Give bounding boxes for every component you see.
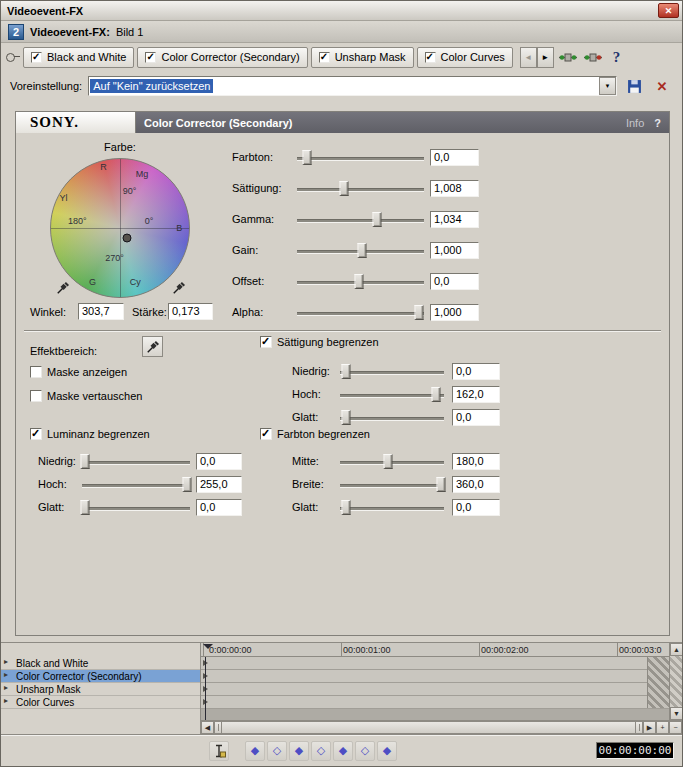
- expander-icon[interactable]: ▸: [4, 657, 8, 666]
- plugin-enabled-checkbox[interactable]: [425, 52, 436, 63]
- wheel-marker[interactable]: [122, 233, 131, 242]
- expander-icon[interactable]: ▸: [4, 696, 8, 705]
- slider-track[interactable]: [340, 363, 444, 380]
- plugin-button-unsharp-mask[interactable]: Unsharp Mask: [311, 47, 414, 68]
- limit-luminance-checkbox[interactable]: Luminanz begrenzen: [30, 428, 150, 440]
- slider-value-input[interactable]: 1,008: [430, 180, 479, 197]
- wheel-eyedropper-high-button[interactable]: [170, 280, 187, 296]
- scroll-left-button[interactable]: ◀: [201, 721, 214, 734]
- mask-invert-checkbox[interactable]: Maske vertauschen: [30, 390, 142, 402]
- wheel-eyedropper-low-button[interactable]: [54, 280, 71, 296]
- winkel-input[interactable]: 303,7: [78, 303, 124, 320]
- slider-thumb[interactable]: [342, 364, 351, 379]
- slider-track[interactable]: [297, 149, 424, 166]
- keyframe-last-button[interactable]: ◇: [355, 741, 375, 761]
- save-preset-button[interactable]: [623, 76, 645, 96]
- slider-value-input[interactable]: 255,0: [196, 476, 242, 493]
- slider-thumb[interactable]: [383, 454, 392, 469]
- plugin-enabled-checkbox[interactable]: [31, 52, 42, 63]
- timeline-track-unsharp-mask[interactable]: ▸ Unsharp Mask: [1, 683, 200, 696]
- effect-region-eyedropper-button[interactable]: [142, 336, 163, 357]
- horizontal-scrollbar[interactable]: ◀ ▶ + −: [201, 720, 682, 734]
- slider-value-input[interactable]: 360,0: [452, 476, 500, 493]
- sync-cursor-button[interactable]: [209, 741, 229, 761]
- slider-thumb[interactable]: [355, 274, 364, 289]
- keyframe-first-button[interactable]: ◆: [245, 741, 265, 761]
- slider-track[interactable]: [340, 409, 444, 426]
- plugin-enabled-checkbox[interactable]: [319, 52, 330, 63]
- checkbox-icon[interactable]: [260, 428, 272, 440]
- zoom-in-button[interactable]: +: [656, 721, 669, 734]
- slider-value-input[interactable]: 0,0: [196, 499, 242, 516]
- keyframe-rows[interactable]: [201, 657, 669, 720]
- zoom-out-button[interactable]: −: [669, 721, 682, 734]
- close-icon[interactable]: ✕: [658, 3, 679, 18]
- timeline-track-color-curves[interactable]: ▸ Color Curves: [1, 696, 200, 709]
- plugin-help-icon[interactable]: ?: [654, 117, 661, 129]
- slider-value-input[interactable]: 0,0: [430, 273, 479, 290]
- slider-thumb[interactable]: [303, 150, 312, 165]
- slider-thumb[interactable]: [81, 454, 90, 469]
- slider-value-input[interactable]: 0,0: [452, 363, 500, 380]
- scroll-down-button[interactable]: ▼: [670, 707, 683, 720]
- remove-plugin-icon[interactable]: [582, 47, 604, 68]
- keyframe-row[interactable]: [201, 670, 669, 683]
- keyframe-row[interactable]: [201, 696, 669, 709]
- chain-scroll-left-button[interactable]: ◄: [520, 47, 537, 68]
- limit-saturation-checkbox[interactable]: Sättigung begrenzen: [260, 336, 379, 348]
- limit-hue-checkbox[interactable]: Farbton begrenzen: [260, 428, 370, 440]
- keyframe-delete-button[interactable]: ◇: [311, 741, 331, 761]
- scroll-up-button[interactable]: ▲: [670, 643, 683, 656]
- slider-track[interactable]: [82, 499, 190, 516]
- horizontal-scroll-thumb[interactable]: [222, 721, 635, 734]
- slider-thumb[interactable]: [431, 387, 440, 402]
- expander-icon[interactable]: ▸: [4, 670, 8, 679]
- slider-track[interactable]: [297, 242, 424, 259]
- delete-preset-button[interactable]: ✕: [651, 76, 673, 96]
- timeline-ruler[interactable]: 0:00:00:00 00:00:01:00 00:00:02:00 00:00…: [201, 643, 669, 657]
- zoom-edge-handle-left[interactable]: [214, 721, 222, 734]
- checkbox-icon[interactable]: [260, 336, 272, 348]
- plugin-button-color-curves[interactable]: Color Curves: [417, 47, 513, 68]
- mask-show-checkbox[interactable]: Maske anzeigen: [30, 366, 127, 378]
- slider-value-input[interactable]: 0,0: [452, 499, 500, 516]
- slider-track[interactable]: [340, 476, 444, 493]
- slider-thumb[interactable]: [357, 243, 366, 258]
- slider-track[interactable]: [82, 476, 190, 493]
- slider-thumb[interactable]: [342, 500, 351, 515]
- chevron-down-icon[interactable]: ▼: [599, 77, 616, 95]
- slider-track[interactable]: [297, 273, 424, 290]
- slider-track[interactable]: [340, 499, 444, 516]
- checkbox-icon[interactable]: [30, 390, 42, 402]
- zoom-edge-handle-right[interactable]: [635, 721, 643, 734]
- staerke-input[interactable]: 0,173: [168, 303, 213, 320]
- titlebar[interactable]: Videoevent-FX ✕: [1, 1, 682, 21]
- slider-track[interactable]: [297, 211, 424, 228]
- expander-icon[interactable]: ▸: [4, 683, 8, 692]
- timeline-track-color-corrector-secondary[interactable]: ▸ Color Corrector (Secondary): [1, 670, 200, 683]
- slider-track[interactable]: [297, 180, 424, 197]
- info-link[interactable]: Info: [626, 117, 644, 129]
- slider-thumb[interactable]: [81, 500, 90, 515]
- timeline-track-black-and-white[interactable]: ▸ Black and White: [1, 657, 200, 670]
- keyframe-row[interactable]: [201, 683, 669, 696]
- vertical-scroll-track[interactable]: [670, 656, 682, 707]
- slider-value-input[interactable]: 1,034: [430, 211, 479, 228]
- checkbox-icon[interactable]: [30, 428, 42, 440]
- keyframe-next-button[interactable]: ◆: [333, 741, 353, 761]
- preset-combobox[interactable]: Auf "Kein" zurücksetzen ▼: [88, 76, 617, 96]
- slider-track[interactable]: [82, 453, 190, 470]
- slider-thumb[interactable]: [339, 181, 348, 196]
- slider-value-input[interactable]: 0,0: [430, 149, 479, 166]
- scroll-right-button[interactable]: ▶: [643, 721, 656, 734]
- slider-value-input[interactable]: 180,0: [452, 453, 500, 470]
- help-icon[interactable]: ?: [613, 49, 621, 66]
- slider-thumb[interactable]: [373, 212, 382, 227]
- slider-thumb[interactable]: [436, 477, 445, 492]
- slider-value-input[interactable]: 1,000: [430, 304, 479, 321]
- slider-thumb[interactable]: [182, 477, 191, 492]
- slider-track[interactable]: [340, 386, 444, 403]
- slider-value-input[interactable]: 0,0: [196, 453, 242, 470]
- slider-track[interactable]: [297, 304, 424, 321]
- plugin-button-black-and-white[interactable]: Black and White: [23, 47, 134, 68]
